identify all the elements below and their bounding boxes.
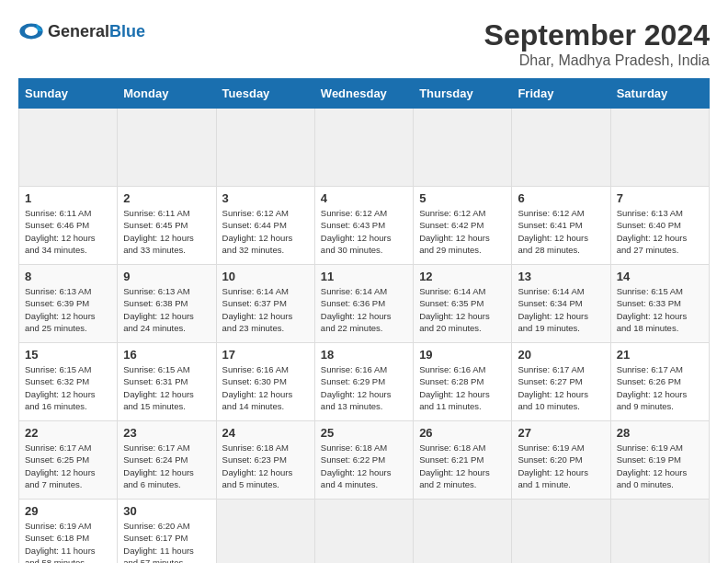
day-number: 28 xyxy=(617,426,703,440)
day-info: Sunrise: 6:19 AM Sunset: 6:19 PM Dayligh… xyxy=(617,442,703,490)
day-number: 11 xyxy=(321,270,407,283)
col-friday: Friday xyxy=(512,79,610,109)
table-cell: 18Sunrise: 6:16 AM Sunset: 6:29 PM Dayli… xyxy=(314,343,413,421)
table-cell: 9Sunrise: 6:13 AM Sunset: 6:38 PM Daylig… xyxy=(118,265,216,343)
day-info: Sunrise: 6:11 AM Sunset: 6:46 PM Dayligh… xyxy=(25,207,111,256)
day-info: Sunrise: 6:12 AM Sunset: 6:42 PM Dayligh… xyxy=(419,207,506,256)
table-cell: 27Sunrise: 6:19 AM Sunset: 6:20 PM Dayli… xyxy=(512,421,610,500)
day-info: Sunrise: 6:17 AM Sunset: 6:26 PM Dayligh… xyxy=(617,363,703,412)
day-info: Sunrise: 6:15 AM Sunset: 6:31 PM Dayligh… xyxy=(123,363,210,412)
day-number: 5 xyxy=(419,191,506,205)
table-cell: 29Sunrise: 6:19 AM Sunset: 6:18 PM Dayli… xyxy=(19,500,118,564)
table-cell: 22Sunrise: 6:17 AM Sunset: 6:25 PM Dayli… xyxy=(19,421,118,500)
day-info: Sunrise: 6:14 AM Sunset: 6:37 PM Dayligh… xyxy=(222,285,309,334)
day-info: Sunrise: 6:15 AM Sunset: 6:32 PM Dayligh… xyxy=(25,363,111,412)
table-cell: 12Sunrise: 6:14 AM Sunset: 6:35 PM Dayli… xyxy=(414,265,512,343)
logo-general: General xyxy=(48,22,109,40)
day-info: Sunrise: 6:12 AM Sunset: 6:44 PM Dayligh… xyxy=(222,207,309,256)
table-cell: 16Sunrise: 6:15 AM Sunset: 6:31 PM Dayli… xyxy=(118,343,216,421)
day-number: 20 xyxy=(518,348,604,362)
day-number: 19 xyxy=(419,348,506,362)
table-cell: 24Sunrise: 6:18 AM Sunset: 6:23 PM Dayli… xyxy=(216,421,314,500)
table-cell: 4Sunrise: 6:12 AM Sunset: 6:43 PM Daylig… xyxy=(314,187,413,265)
table-cell: 14Sunrise: 6:15 AM Sunset: 6:33 PM Dayli… xyxy=(610,265,709,343)
table-cell: 2Sunrise: 6:11 AM Sunset: 6:45 PM Daylig… xyxy=(118,187,216,265)
table-cell xyxy=(314,500,413,564)
day-number: 29 xyxy=(25,504,111,518)
day-info: Sunrise: 6:18 AM Sunset: 6:23 PM Dayligh… xyxy=(222,442,309,490)
page-subtitle: Dhar, Madhya Pradesh, India xyxy=(484,52,710,69)
table-cell: 25Sunrise: 6:18 AM Sunset: 6:22 PM Dayli… xyxy=(314,421,413,500)
svg-point-2 xyxy=(25,27,38,36)
day-number: 14 xyxy=(617,270,703,283)
day-number: 18 xyxy=(321,348,407,362)
day-number: 10 xyxy=(222,270,309,283)
day-number: 30 xyxy=(123,504,210,518)
day-number: 7 xyxy=(617,191,703,205)
day-info: Sunrise: 6:13 AM Sunset: 6:38 PM Dayligh… xyxy=(123,285,210,334)
logo-icon xyxy=(18,18,44,44)
day-number: 3 xyxy=(222,191,309,205)
table-cell: 19Sunrise: 6:16 AM Sunset: 6:28 PM Dayli… xyxy=(414,343,512,421)
table-cell xyxy=(314,109,413,187)
day-number: 2 xyxy=(123,191,210,205)
day-info: Sunrise: 6:16 AM Sunset: 6:28 PM Dayligh… xyxy=(419,363,506,412)
table-cell: 20Sunrise: 6:17 AM Sunset: 6:27 PM Dayli… xyxy=(512,343,610,421)
table-cell: 10Sunrise: 6:14 AM Sunset: 6:37 PM Dayli… xyxy=(216,265,314,343)
day-number: 23 xyxy=(123,426,210,440)
day-info: Sunrise: 6:17 AM Sunset: 6:25 PM Dayligh… xyxy=(25,442,111,490)
day-info: Sunrise: 6:20 AM Sunset: 6:17 PM Dayligh… xyxy=(123,520,210,563)
page-header: GeneralBlue September 2024 Dhar, Madhya … xyxy=(18,18,710,69)
table-cell: 26Sunrise: 6:18 AM Sunset: 6:21 PM Dayli… xyxy=(414,421,512,500)
table-cell: 8Sunrise: 6:13 AM Sunset: 6:39 PM Daylig… xyxy=(19,265,118,343)
table-cell xyxy=(414,500,512,564)
table-cell: 11Sunrise: 6:14 AM Sunset: 6:36 PM Dayli… xyxy=(314,265,413,343)
day-info: Sunrise: 6:11 AM Sunset: 6:45 PM Dayligh… xyxy=(123,207,210,256)
day-info: Sunrise: 6:17 AM Sunset: 6:27 PM Dayligh… xyxy=(518,363,604,412)
day-info: Sunrise: 6:13 AM Sunset: 6:39 PM Dayligh… xyxy=(25,285,111,334)
day-info: Sunrise: 6:14 AM Sunset: 6:35 PM Dayligh… xyxy=(419,285,506,334)
calendar-header-row: Sunday Monday Tuesday Wednesday Thursday… xyxy=(19,79,710,109)
day-info: Sunrise: 6:16 AM Sunset: 6:30 PM Dayligh… xyxy=(222,363,309,412)
calendar-week-row: 8Sunrise: 6:13 AM Sunset: 6:39 PM Daylig… xyxy=(19,265,710,343)
calendar-week-row: 22Sunrise: 6:17 AM Sunset: 6:25 PM Dayli… xyxy=(19,421,710,500)
logo: GeneralBlue xyxy=(18,18,145,44)
day-number: 17 xyxy=(222,348,309,362)
table-cell xyxy=(216,500,314,564)
day-number: 26 xyxy=(419,426,506,440)
day-number: 4 xyxy=(321,191,407,205)
table-cell: 17Sunrise: 6:16 AM Sunset: 6:30 PM Dayli… xyxy=(216,343,314,421)
table-cell: 15Sunrise: 6:15 AM Sunset: 6:32 PM Dayli… xyxy=(19,343,118,421)
calendar-week-row: 15Sunrise: 6:15 AM Sunset: 6:32 PM Dayli… xyxy=(19,343,710,421)
day-info: Sunrise: 6:15 AM Sunset: 6:33 PM Dayligh… xyxy=(617,285,703,334)
day-info: Sunrise: 6:17 AM Sunset: 6:24 PM Dayligh… xyxy=(123,442,210,490)
table-cell xyxy=(512,109,610,187)
day-info: Sunrise: 6:12 AM Sunset: 6:43 PM Dayligh… xyxy=(321,207,407,256)
title-block: September 2024 Dhar, Madhya Pradesh, Ind… xyxy=(484,18,710,69)
table-cell: 13Sunrise: 6:14 AM Sunset: 6:34 PM Dayli… xyxy=(512,265,610,343)
calendar-week-row: 29Sunrise: 6:19 AM Sunset: 6:18 PM Dayli… xyxy=(19,500,710,564)
table-cell xyxy=(19,109,118,187)
day-number: 8 xyxy=(25,270,111,283)
page-title: September 2024 xyxy=(484,18,710,52)
table-cell xyxy=(216,109,314,187)
table-cell: 1Sunrise: 6:11 AM Sunset: 6:46 PM Daylig… xyxy=(19,187,118,265)
day-info: Sunrise: 6:12 AM Sunset: 6:41 PM Dayligh… xyxy=(518,207,604,256)
day-info: Sunrise: 6:18 AM Sunset: 6:22 PM Dayligh… xyxy=(321,442,407,490)
table-cell: 6Sunrise: 6:12 AM Sunset: 6:41 PM Daylig… xyxy=(512,187,610,265)
col-sunday: Sunday xyxy=(19,79,118,109)
calendar-week-row xyxy=(19,109,710,187)
col-tuesday: Tuesday xyxy=(216,79,314,109)
day-number: 13 xyxy=(518,270,604,283)
calendar-table: Sunday Monday Tuesday Wednesday Thursday… xyxy=(18,78,710,563)
table-cell xyxy=(414,109,512,187)
day-info: Sunrise: 6:13 AM Sunset: 6:40 PM Dayligh… xyxy=(617,207,703,256)
table-cell xyxy=(512,500,610,564)
table-cell: 7Sunrise: 6:13 AM Sunset: 6:40 PM Daylig… xyxy=(610,187,709,265)
table-cell: 23Sunrise: 6:17 AM Sunset: 6:24 PM Dayli… xyxy=(118,421,216,500)
day-info: Sunrise: 6:14 AM Sunset: 6:36 PM Dayligh… xyxy=(321,285,407,334)
table-cell: 3Sunrise: 6:12 AM Sunset: 6:44 PM Daylig… xyxy=(216,187,314,265)
day-info: Sunrise: 6:14 AM Sunset: 6:34 PM Dayligh… xyxy=(518,285,604,334)
day-number: 12 xyxy=(419,270,506,283)
col-wednesday: Wednesday xyxy=(314,79,413,109)
